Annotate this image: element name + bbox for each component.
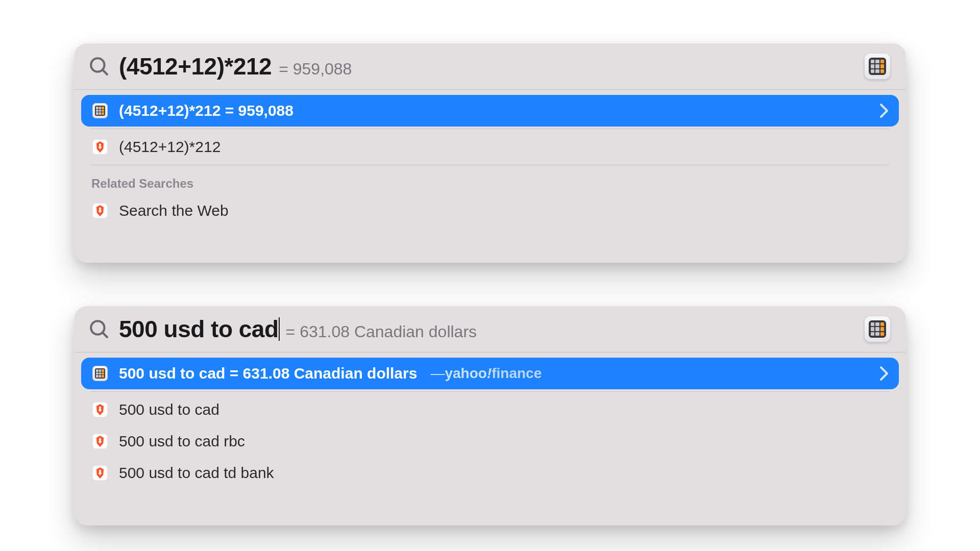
- chevron-right-icon: [879, 103, 889, 118]
- brave-icon: [91, 138, 109, 156]
- brave-icon: [91, 464, 109, 482]
- inline-result: = 631.08 Canadian dollars: [286, 322, 477, 341]
- spotlight-panel-2: 500 usd to cad = 631.08 Canadian dollars…: [74, 306, 906, 525]
- result-text: 500 usd to cad td bank: [119, 464, 274, 482]
- result-search-web[interactable]: Search the Web: [81, 195, 899, 227]
- chevron-right-icon: [879, 366, 889, 381]
- attribution-yahoo-finance: —yahoo!finance: [430, 365, 542, 382]
- result-brave-suggestion[interactable]: 500 usd to cad: [81, 394, 899, 425]
- search-icon: [88, 56, 110, 77]
- result-text: 500 usd to cad rbc: [119, 433, 245, 450]
- search-icon: [88, 318, 110, 340]
- calculator-icon: [91, 365, 109, 382]
- spotlight-panel-1: (4512+12)*212 = 959,088 (4512+12)*212 = …: [74, 43, 906, 263]
- calculator-app-icon[interactable]: [864, 53, 891, 80]
- query-wrap[interactable]: (4512+12)*212 = 959,088: [119, 53, 855, 80]
- inline-result: = 959,088: [279, 60, 352, 79]
- result-brave-suggestion[interactable]: 500 usd to cad rbc: [81, 425, 899, 457]
- divider: [90, 391, 890, 392]
- result-brave-search[interactable]: (4512+12)*212: [81, 131, 899, 163]
- search-query[interactable]: 500 usd to cad: [119, 315, 279, 343]
- result-text: 500 usd to cad = 631.08 Canadian dollars: [119, 365, 417, 382]
- results-list: 500 usd to cad = 631.08 Canadian dollars…: [74, 353, 906, 491]
- query-wrap[interactable]: 500 usd to cad = 631.08 Canadian dollars: [119, 315, 855, 343]
- result-currency-selected[interactable]: 500 usd to cad = 631.08 Canadian dollars…: [81, 358, 899, 389]
- svg-line-3: [103, 333, 107, 337]
- brave-icon: [91, 202, 109, 219]
- divider: [90, 129, 890, 129]
- result-brave-suggestion[interactable]: 500 usd to cad td bank: [81, 457, 899, 489]
- result-text: (4512+12)*212: [119, 138, 220, 156]
- calculator-app-icon[interactable]: [864, 316, 891, 342]
- divider: [90, 165, 890, 165]
- section-header-related: Related Searches: [81, 167, 899, 195]
- search-bar: 500 usd to cad = 631.08 Canadian dollars: [74, 306, 906, 353]
- search-query[interactable]: (4512+12)*212: [119, 53, 272, 80]
- brave-icon: [91, 401, 109, 418]
- result-text: 500 usd to cad: [119, 401, 219, 418]
- results-list: (4512+12)*212 = 959,088 (4512+12)*212 Re…: [74, 90, 906, 229]
- brave-icon: [91, 433, 109, 450]
- calculator-icon: [91, 102, 109, 119]
- result-calculator-selected[interactable]: (4512+12)*212 = 959,088: [81, 95, 899, 127]
- result-text: Search the Web: [119, 202, 229, 219]
- svg-line-1: [103, 70, 107, 74]
- result-text: (4512+12)*212 = 959,088: [119, 102, 293, 119]
- search-bar: (4512+12)*212 = 959,088: [74, 43, 906, 90]
